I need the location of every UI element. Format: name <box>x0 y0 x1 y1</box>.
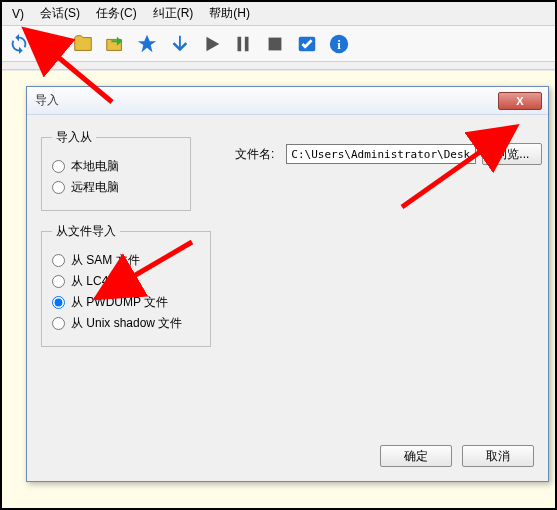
cancel-button[interactable]: 取消 <box>462 445 534 467</box>
radio-local[interactable] <box>52 160 65 173</box>
close-button[interactable]: X <box>498 92 542 110</box>
filename-label: 文件名: <box>235 146 274 163</box>
radio-remote-label: 远程电脑 <box>71 179 119 196</box>
radio-unix[interactable] <box>52 317 65 330</box>
play-icon[interactable] <box>198 31 224 57</box>
radio-unix-label: 从 Unix shadow 文件 <box>71 315 182 332</box>
radio-pwdump-label: 从 PWDUMP 文件 <box>71 294 168 311</box>
menu-session[interactable]: 会话(S) <box>32 3 88 24</box>
check-icon[interactable] <box>294 31 320 57</box>
export-icon[interactable] <box>102 31 128 57</box>
group-import-from-legend: 导入从 <box>52 129 96 146</box>
dialog-title: 导入 <box>35 92 59 109</box>
toolbar: i <box>2 26 555 62</box>
pause-icon[interactable] <box>230 31 256 57</box>
browse-button[interactable]: 浏览... <box>482 143 542 165</box>
group-import-from: 导入从 本地电脑 远程电脑 <box>41 129 191 211</box>
menu-view[interactable]: V) <box>4 5 32 23</box>
menu-help[interactable]: 帮助(H) <box>201 3 258 24</box>
radio-remote[interactable] <box>52 181 65 194</box>
radio-lc4[interactable] <box>52 275 65 288</box>
open-icon[interactable] <box>38 31 64 57</box>
refresh-icon[interactable] <box>6 31 32 57</box>
radio-local-label: 本地电脑 <box>71 158 119 175</box>
close-icon: X <box>516 95 523 107</box>
radio-pwdump[interactable] <box>52 296 65 309</box>
wizard-icon[interactable] <box>134 31 160 57</box>
stop-icon[interactable] <box>262 31 288 57</box>
group-import-file-legend: 从文件导入 <box>52 223 120 240</box>
group-import-file: 从文件导入 从 SAM 文件 从 LC4 文件 从 PWDUMP 文件 从 Un… <box>41 223 211 347</box>
down-icon[interactable] <box>166 31 192 57</box>
import-dialog: 导入 X 导入从 本地电脑 远程电脑 从文件导入 从 SAM 文件 <box>26 86 549 482</box>
dialog-titlebar: 导入 X <box>27 87 548 115</box>
radio-lc4-label: 从 LC4 文件 <box>71 273 136 290</box>
svg-text:i: i <box>337 37 341 51</box>
info-icon[interactable]: i <box>326 31 352 57</box>
ok-button[interactable]: 确定 <box>380 445 452 467</box>
menubar: V) 会话(S) 任务(C) 纠正(R) 帮助(H) <box>2 2 555 26</box>
menu-correct[interactable]: 纠正(R) <box>145 3 202 24</box>
folder-icon[interactable] <box>70 31 96 57</box>
radio-sam[interactable] <box>52 254 65 267</box>
menu-task[interactable]: 任务(C) <box>88 3 145 24</box>
radio-sam-label: 从 SAM 文件 <box>71 252 140 269</box>
filename-input[interactable] <box>286 144 476 164</box>
